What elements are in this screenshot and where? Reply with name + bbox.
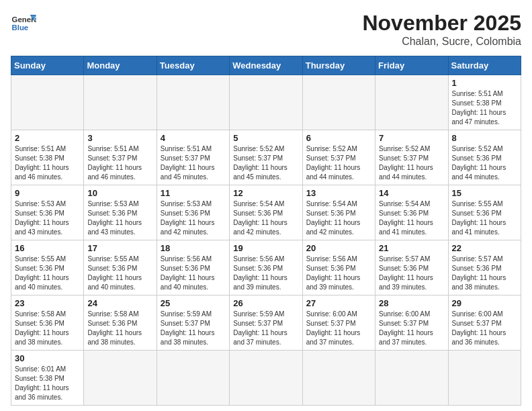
day-12: 12 Sunrise: 5:54 AMSunset: 5:36 PMDaylig… [230,185,302,240]
calendar-row-1: 1 Sunrise: 5:51 AMSunset: 5:38 PMDayligh… [11,75,521,130]
day-23: 23 Sunrise: 5:58 AMSunset: 5:36 PMDaylig… [11,295,84,351]
day-11: 11 Sunrise: 5:53 AMSunset: 5:36 PMDaylig… [157,185,229,240]
day-20: 20 Sunrise: 5:56 AMSunset: 5:36 PMDaylig… [302,240,375,295]
header: General Blue November 2025 Chalan, Sucre… [11,11,521,48]
day-26: 26 Sunrise: 5:59 AMSunset: 5:37 PMDaylig… [230,295,302,351]
logo: General Blue [11,11,36,36]
day-14: 14 Sunrise: 5:54 AMSunset: 5:36 PMDaylig… [375,185,448,240]
day-30: 30 Sunrise: 6:01 AMSunset: 5:38 PMDaylig… [11,351,84,406]
logo-icon: General Blue [11,11,36,36]
header-tuesday: Tuesday [157,56,229,75]
day-9: 9 Sunrise: 5:53 AMSunset: 5:36 PMDayligh… [11,185,84,240]
day-empty [302,75,375,130]
day-15: 15 Sunrise: 5:55 AMSunset: 5:36 PMDaylig… [448,185,521,240]
weekday-header-row: Sunday Monday Tuesday Wednesday Thursday… [11,56,521,75]
day-empty [11,75,84,130]
day-empty [230,75,302,130]
header-wednesday: Wednesday [230,56,302,75]
day-empty [230,351,302,406]
header-saturday: Saturday [448,56,521,75]
day-18: 18 Sunrise: 5:56 AMSunset: 5:36 PMDaylig… [157,240,229,295]
title-section: November 2025 Chalan, Sucre, Colombia [362,11,521,48]
header-thursday: Thursday [302,56,375,75]
day-empty [375,75,448,130]
day-1: 1 Sunrise: 5:51 AMSunset: 5:38 PMDayligh… [448,75,521,130]
header-friday: Friday [375,56,448,75]
day-25: 25 Sunrise: 5:59 AMSunset: 5:37 PMDaylig… [157,295,229,351]
day-22: 22 Sunrise: 5:57 AMSunset: 5:36 PMDaylig… [448,240,521,295]
day-24: 24 Sunrise: 5:58 AMSunset: 5:36 PMDaylig… [84,295,157,351]
day-29: 29 Sunrise: 6:00 AMSunset: 5:37 PMDaylig… [448,295,521,351]
day-empty [84,75,157,130]
header-sunday: Sunday [11,56,84,75]
day-empty [448,351,521,406]
day-empty [84,351,157,406]
day-13: 13 Sunrise: 5:54 AMSunset: 5:36 PMDaylig… [302,185,375,240]
day-empty [157,351,229,406]
day-19: 19 Sunrise: 5:56 AMSunset: 5:36 PMDaylig… [230,240,302,295]
month-year-title: November 2025 [362,11,521,36]
calendar-row-2: 2 Sunrise: 5:51 AMSunset: 5:38 PMDayligh… [11,130,521,185]
day-6: 6 Sunrise: 5:52 AMSunset: 5:37 PMDayligh… [302,130,375,185]
day-17: 17 Sunrise: 5:55 AMSunset: 5:36 PMDaylig… [84,240,157,295]
header-monday: Monday [84,56,157,75]
day-2: 2 Sunrise: 5:51 AMSunset: 5:38 PMDayligh… [11,130,84,185]
day-empty [157,75,229,130]
day-3: 3 Sunrise: 5:51 AMSunset: 5:37 PMDayligh… [84,130,157,185]
day-empty [302,351,375,406]
day-10: 10 Sunrise: 5:53 AMSunset: 5:36 PMDaylig… [84,185,157,240]
calendar-row-6: 30 Sunrise: 6:01 AMSunset: 5:38 PMDaylig… [11,351,521,406]
day-5: 5 Sunrise: 5:52 AMSunset: 5:37 PMDayligh… [230,130,302,185]
day-16: 16 Sunrise: 5:55 AMSunset: 5:36 PMDaylig… [11,240,84,295]
calendar: Sunday Monday Tuesday Wednesday Thursday… [11,56,521,406]
calendar-row-4: 16 Sunrise: 5:55 AMSunset: 5:36 PMDaylig… [11,240,521,295]
day-4: 4 Sunrise: 5:51 AMSunset: 5:37 PMDayligh… [157,130,229,185]
day-8: 8 Sunrise: 5:52 AMSunset: 5:36 PMDayligh… [448,130,521,185]
day-28: 28 Sunrise: 6:00 AMSunset: 5:37 PMDaylig… [375,295,448,351]
location-label: Chalan, Sucre, Colombia [362,36,521,48]
day-27: 27 Sunrise: 6:00 AMSunset: 5:37 PMDaylig… [302,295,375,351]
day-empty [375,351,448,406]
svg-text:Blue: Blue [12,24,29,32]
calendar-row-5: 23 Sunrise: 5:58 AMSunset: 5:36 PMDaylig… [11,295,521,351]
calendar-row-3: 9 Sunrise: 5:53 AMSunset: 5:36 PMDayligh… [11,185,521,240]
day-21: 21 Sunrise: 5:57 AMSunset: 5:36 PMDaylig… [375,240,448,295]
day-7: 7 Sunrise: 5:52 AMSunset: 5:37 PMDayligh… [375,130,448,185]
